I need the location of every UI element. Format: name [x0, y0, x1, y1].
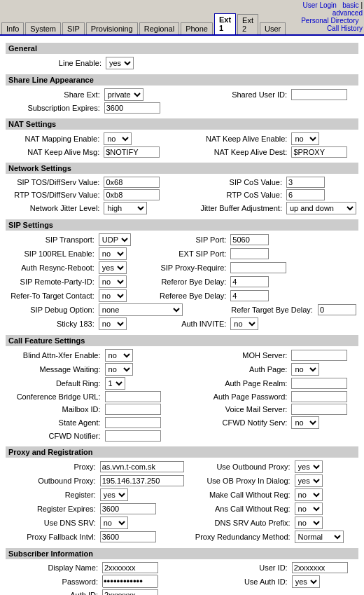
- password-input[interactable]: [102, 575, 158, 588]
- section-general: General: [6, 43, 358, 54]
- register-select[interactable]: yesno: [100, 488, 128, 501]
- auth-page-realm-label: Auth Page Realm:: [184, 376, 289, 390]
- nat-mapping-select[interactable]: noyes: [104, 132, 132, 145]
- tab-phone[interactable]: Phone: [181, 22, 213, 34]
- table-row: Network Jitter Level: highmediumlow Jitt…: [6, 201, 358, 215]
- sip-debug-select[interactable]: nonefull: [99, 303, 183, 316]
- ext-sip-port-label: EXT SIP Port:: [146, 247, 228, 261]
- table-row: Display Name: User ID:: [6, 561, 358, 574]
- table-row: Register Expires: Ans Call Without Reg: …: [6, 502, 358, 516]
- jitter-level-select[interactable]: highmediumlow: [104, 202, 147, 214]
- default-ring-select[interactable]: 123: [105, 377, 125, 390]
- refer-to-target-select[interactable]: noyes: [99, 289, 127, 302]
- sip-proxy-require-input[interactable]: [230, 262, 286, 273]
- line-enable-select[interactable]: yesno: [106, 57, 134, 69]
- table-row: NAT Mapping Enable: noyes NAT Keep Alive…: [6, 132, 358, 146]
- table-row: Register: yesno Make Call Without Reg: n…: [6, 488, 358, 502]
- rtp-cos-input[interactable]: [286, 189, 325, 200]
- use-outbound-proxy-select[interactable]: yesno: [295, 460, 323, 473]
- proxy-input[interactable]: [100, 461, 184, 472]
- referor-bye-delay-input[interactable]: [230, 276, 269, 287]
- state-agent-input[interactable]: [105, 417, 161, 428]
- basic-link[interactable]: basic: [342, 1, 358, 9]
- sip-tos-input[interactable]: [104, 177, 160, 188]
- share-ext-select[interactable]: privateshared: [104, 88, 144, 101]
- sip-transport-label: SIP Transport:: [6, 233, 97, 247]
- user-login-link[interactable]: User Login: [303, 1, 337, 9]
- rtp-tos-input[interactable]: [104, 189, 160, 200]
- sip-cos-input[interactable]: [286, 177, 325, 188]
- blind-attn-select[interactable]: noyes: [105, 349, 133, 362]
- moh-server-input[interactable]: [291, 350, 347, 361]
- general-table: Line Enable: yesno: [6, 56, 358, 70]
- tab-user[interactable]: User: [260, 22, 286, 34]
- voicemail-server-input[interactable]: [291, 404, 347, 415]
- table-row: SIP TOS/DiffServ Value: SIP CoS Value:: [6, 176, 358, 189]
- register-expires-input[interactable]: [100, 503, 156, 514]
- advanced-link[interactable]: advanced: [332, 9, 363, 17]
- table-row: SIP Debug Option: nonefull Refer Target …: [6, 303, 358, 317]
- subscription-expires-input[interactable]: [104, 102, 160, 114]
- table-row: RTP TOS/DiffServ Value: RTP CoS Value:: [6, 189, 358, 201]
- auth-invite-select[interactable]: noyes: [230, 317, 258, 330]
- password-label: Password:: [6, 574, 100, 589]
- user-id-input[interactable]: [292, 562, 348, 573]
- proxy-redundancy-select[interactable]: NormalBased on SRV: [295, 531, 344, 543]
- tab-ext2[interactable]: Ext 2: [237, 14, 258, 34]
- table-row: Message Waiting: noyes Auth Page: noyes: [6, 362, 358, 376]
- message-waiting-label: Message Waiting:: [6, 362, 103, 376]
- sticky183-select[interactable]: noyes: [99, 317, 127, 330]
- call-history-link[interactable]: Call History: [327, 25, 363, 32]
- auth-resync-select[interactable]: yesno: [99, 261, 127, 274]
- tab-info[interactable]: Info: [1, 22, 24, 34]
- make-call-without-reg-select[interactable]: noyes: [295, 488, 323, 501]
- sip-transport-select[interactable]: UDPTCPTLS: [99, 233, 131, 246]
- personal-directory-link[interactable]: Personal Directory: [301, 17, 358, 25]
- auth-page-select[interactable]: noyes: [291, 363, 319, 376]
- proxy-fallback-input[interactable]: [100, 531, 156, 542]
- table-row: SIP 100REL Enable: noyes EXT SIP Port:: [6, 247, 358, 261]
- auth-page-realm-input[interactable]: [291, 378, 347, 389]
- nat-keepalive-msg-input[interactable]: [104, 146, 160, 158]
- dns-srv-auto-prefix-select[interactable]: noyes: [295, 517, 323, 529]
- outbound-proxy-input[interactable]: [100, 475, 184, 486]
- referee-bye-delay-input[interactable]: [230, 290, 269, 301]
- refer-target-bye-input[interactable]: [318, 304, 356, 315]
- sip100rel-select[interactable]: noyes: [99, 247, 127, 260]
- register-expires-label: Register Expires:: [6, 502, 98, 516]
- use-auth-id-select[interactable]: yesno: [292, 575, 320, 588]
- remote-party-id-select[interactable]: noyes: [99, 275, 127, 288]
- nat-keepalive-enable-select[interactable]: noyes: [291, 132, 319, 145]
- message-waiting-select[interactable]: noyes: [105, 363, 133, 376]
- conference-bridge-input[interactable]: [105, 391, 161, 402]
- ext-sip-port-input[interactable]: [230, 248, 269, 259]
- user-id-label: User ID:: [188, 561, 290, 574]
- shared-userid-input[interactable]: [291, 89, 347, 100]
- auth-id-input[interactable]: [102, 589, 158, 595]
- table-row: SIP Transport: UDPTCPTLS SIP Port:: [6, 233, 358, 247]
- tab-ext1[interactable]: Ext 1: [214, 13, 236, 34]
- use-ob-proxy-dialog-select[interactable]: yesno: [295, 474, 323, 487]
- auth-page-pwd-input[interactable]: [291, 391, 347, 402]
- dns-srv-auto-prefix-label: DNS SRV Auto Prefix:: [186, 516, 293, 530]
- table-row: Outbound Proxy: Use OB Proxy In Dialog: …: [6, 474, 358, 488]
- table-row: NAT Keep Alive Msg: NAT Keep Alive Dest:: [6, 146, 358, 158]
- ans-call-without-reg-select[interactable]: noyes: [295, 502, 323, 515]
- tab-provisioning[interactable]: Provisioning: [86, 22, 138, 34]
- sip-tos-label: SIP TOS/DiffServ Value:: [6, 176, 102, 189]
- jitter-buffer-select[interactable]: up and downup onlydown onlydisable: [286, 202, 356, 214]
- tab-system[interactable]: System: [25, 22, 61, 34]
- display-name-label: Display Name:: [6, 561, 100, 574]
- nat-keepalive-dest-input[interactable]: [291, 146, 347, 158]
- auth-id-label: Auth ID:: [6, 589, 100, 595]
- display-name-input[interactable]: [102, 562, 158, 573]
- tab-regional[interactable]: Regional: [139, 22, 179, 34]
- sip-port-input[interactable]: [230, 234, 269, 245]
- use-dns-srv-select[interactable]: noyes: [100, 517, 128, 529]
- cfwd-notifier-input[interactable]: [105, 430, 161, 442]
- table-row: Proxy: Use Outbound Proxy: yesno: [6, 460, 358, 474]
- tab-sip[interactable]: SIP: [62, 22, 85, 34]
- cfwd-notify-serv-select[interactable]: noyes: [291, 416, 319, 429]
- mailbox-id-input[interactable]: [105, 404, 161, 415]
- nat-keepalive-enable-label: NAT Keep Alive Enable:: [183, 132, 290, 146]
